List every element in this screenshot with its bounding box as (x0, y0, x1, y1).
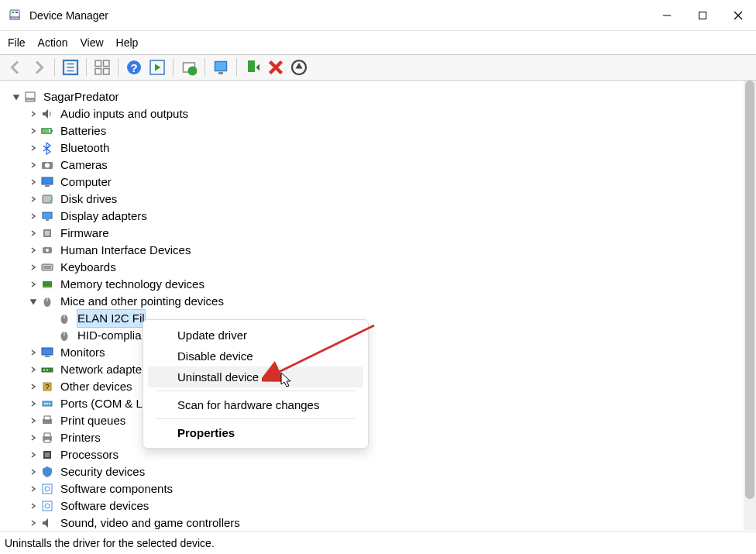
caret-right-icon[interactable] (28, 262, 39, 273)
tree-category[interactable]: Sound, video and game controllers (28, 514, 756, 530)
port-icon (40, 397, 54, 411)
update-driver-button[interactable] (180, 58, 198, 77)
svg-rect-68 (44, 416, 50, 420)
tree-category[interactable]: Bluetooth (28, 139, 756, 157)
statusbar: Uninstalls the driver for the selected d… (0, 531, 756, 554)
caret-right-icon[interactable] (28, 194, 39, 205)
computer-icon (23, 90, 37, 104)
processor-icon (40, 448, 54, 462)
tree-category[interactable]: Cameras (28, 157, 756, 174)
mouse-icon (57, 311, 71, 325)
titlebar: Device Manager (0, 0, 756, 31)
caret-right-icon[interactable] (28, 347, 39, 358)
close-button[interactable] (720, 0, 756, 31)
properties-grid-button[interactable] (93, 58, 112, 77)
hid-icon (40, 243, 54, 257)
caret-right-icon[interactable] (28, 211, 39, 222)
tree-category[interactable]: Monitors (28, 344, 756, 361)
svg-rect-70 (44, 433, 50, 437)
uninstall-device-button[interactable] (290, 58, 308, 77)
maximize-button[interactable] (685, 0, 720, 31)
tree-category[interactable]: Memory technology devices (28, 276, 756, 293)
context-menu-item[interactable]: Properties (148, 422, 363, 443)
caret-none (45, 330, 56, 341)
minimize-button[interactable] (649, 0, 685, 31)
tree-category[interactable]: Security devices (28, 463, 756, 480)
svg-rect-39 (43, 212, 52, 219)
caret-right-icon[interactable] (28, 279, 39, 290)
context-menu-item[interactable]: Update driver (148, 325, 363, 346)
tree-category[interactable]: Mice and other pointing devices (28, 293, 756, 310)
caret-right-icon[interactable] (28, 466, 39, 477)
menu-file[interactable]: File (8, 36, 26, 49)
tree-category[interactable]: Display adapters (28, 208, 756, 225)
caret-down-icon[interactable] (28, 296, 39, 307)
tree-category[interactable]: Processors (28, 446, 756, 463)
mouse-icon (57, 329, 71, 342)
caret-down-icon[interactable] (11, 91, 22, 102)
caret-right-icon[interactable] (28, 501, 39, 511)
caret-right-icon[interactable] (28, 126, 39, 136)
svg-rect-40 (46, 219, 49, 221)
audio-icon (40, 107, 54, 121)
firmware-icon (40, 226, 54, 240)
caret-right-icon[interactable] (28, 483, 39, 494)
tree-category-label: Cameras (60, 157, 108, 174)
caret-right-icon[interactable] (28, 160, 39, 170)
vertical-scrollbar[interactable] (744, 81, 756, 530)
menu-view[interactable]: View (80, 36, 103, 49)
tree-category-label: Audio inputs and outputs (60, 105, 188, 122)
context-menu-item[interactable]: Disable device (148, 346, 363, 366)
tree-category[interactable]: ?Other devices (28, 378, 756, 395)
network-icon (40, 363, 54, 377)
caret-right-icon[interactable] (28, 228, 39, 239)
caret-right-icon[interactable] (28, 245, 39, 256)
enable-device-button[interactable] (243, 58, 262, 77)
scan-button[interactable] (211, 58, 230, 77)
tree-category[interactable]: Software components (28, 480, 756, 497)
tree-category[interactable]: Audio inputs and outputs (28, 105, 756, 122)
tree-category[interactable]: Batteries (28, 122, 756, 139)
menu-action[interactable]: Action (38, 36, 68, 49)
caret-right-icon[interactable] (28, 415, 39, 426)
tree-category[interactable]: Network adapte (28, 361, 756, 378)
caret-right-icon[interactable] (28, 381, 39, 392)
help-button[interactable]: ? (125, 58, 143, 77)
back-button[interactable] (6, 58, 25, 77)
tree-category[interactable]: Disk drives (28, 191, 756, 208)
caret-right-icon[interactable] (28, 364, 39, 375)
action-script-button[interactable] (148, 58, 167, 77)
menu-help[interactable]: Help (116, 36, 139, 49)
tree-category[interactable]: Ports (COM & L (28, 395, 756, 412)
tree-category[interactable]: Computer (28, 174, 756, 191)
svg-point-38 (50, 200, 51, 201)
tree-category[interactable]: Firmware (28, 225, 756, 242)
keyboard-icon (40, 260, 54, 274)
svg-rect-49 (43, 287, 52, 288)
tree-category-label: Other devices (60, 378, 132, 395)
tree-category[interactable]: Software devices (28, 497, 756, 514)
disable-device-button[interactable] (266, 58, 285, 77)
context-menu-item[interactable]: Uninstall device (148, 366, 363, 387)
tree-category[interactable]: Print queues (28, 412, 756, 429)
svg-rect-37 (43, 195, 52, 203)
caret-right-icon[interactable] (28, 449, 39, 460)
svg-point-59 (43, 370, 45, 371)
scrollbar-thumb[interactable] (745, 81, 754, 499)
caret-right-icon[interactable] (28, 518, 39, 528)
caret-right-icon[interactable] (28, 177, 39, 188)
other-icon: ? (40, 380, 54, 394)
show-hidden-button[interactable] (61, 58, 80, 77)
forward-button[interactable] (29, 58, 48, 77)
tree-category[interactable]: Keyboards (28, 259, 756, 276)
device-tree[interactable]: SagarPredatorAudio inputs and outputsBat… (0, 81, 756, 530)
caret-right-icon[interactable] (28, 398, 39, 409)
context-menu-item[interactable]: Scan for hardware changes (148, 394, 363, 415)
tree-category[interactable]: Printers (28, 429, 756, 446)
caret-right-icon[interactable] (28, 432, 39, 443)
tree-category[interactable]: Human Interface Devices (28, 242, 756, 259)
caret-right-icon[interactable] (28, 143, 39, 153)
tree-category-label: Printers (60, 429, 101, 446)
caret-right-icon[interactable] (28, 108, 39, 119)
tree-root[interactable]: SagarPredator (11, 88, 756, 105)
